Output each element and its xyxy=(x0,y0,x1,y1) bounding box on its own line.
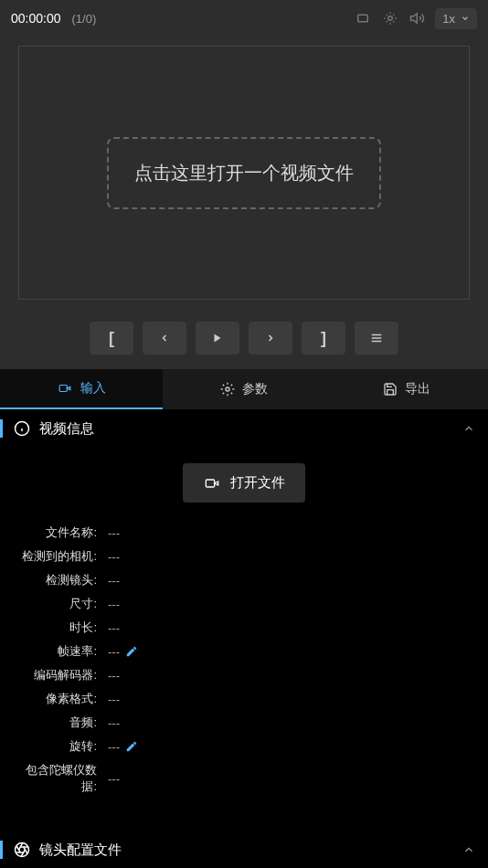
info-value: --- xyxy=(102,645,120,659)
chevron-up-icon xyxy=(462,422,475,435)
info-row: 像素格式:--- xyxy=(13,687,475,711)
timecode: 00:00:00 xyxy=(11,11,61,26)
play-button[interactable] xyxy=(196,322,239,355)
mark-in-button[interactable]: [ xyxy=(90,322,133,355)
info-label: 帧速率: xyxy=(13,643,102,660)
drop-zone[interactable]: 点击这里打开一个视频文件 xyxy=(107,137,381,209)
tab-input-label: 输入 xyxy=(80,380,106,397)
video-info-header[interactable]: 视频信息 xyxy=(0,410,488,447)
svg-rect-0 xyxy=(358,15,368,22)
info-label: 旋转: xyxy=(13,738,102,755)
info-label: 尺寸: xyxy=(13,596,102,612)
volume-icon[interactable] xyxy=(408,8,428,28)
info-label: 编码解码器: xyxy=(13,667,102,683)
info-row: 旋转:--- xyxy=(13,735,475,758)
chevron-down-icon xyxy=(461,14,470,23)
drop-text: 点击这里打开一个视频文件 xyxy=(134,161,354,185)
info-icon xyxy=(14,420,30,437)
video-icon xyxy=(57,382,73,395)
svg-marker-2 xyxy=(411,14,418,24)
info-row: 文件名称:--- xyxy=(13,521,475,545)
open-file-button[interactable]: 打开文件 xyxy=(183,463,305,503)
stabilize-icon[interactable] xyxy=(380,8,400,28)
info-row: 帧速率:--- xyxy=(13,640,475,663)
crop-icon[interactable] xyxy=(353,8,373,28)
info-value: --- xyxy=(102,669,120,683)
info-value: --- xyxy=(102,526,120,540)
chevron-up-icon xyxy=(462,843,475,856)
video-info-title: 视频信息 xyxy=(39,420,453,438)
info-label: 检测到的相机: xyxy=(13,548,102,565)
frame-count: (1/0) xyxy=(72,12,97,26)
mark-out-button[interactable]: ] xyxy=(302,322,345,355)
info-value: --- xyxy=(102,621,120,635)
lens-profile-header[interactable]: 镜头配置文件 xyxy=(0,831,488,868)
info-label: 时长: xyxy=(13,619,102,636)
info-label: 文件名称: xyxy=(13,524,102,541)
info-row: 包含陀螺仪数据:--- xyxy=(13,758,475,799)
info-label: 音频: xyxy=(13,715,102,731)
info-label: 像素格式: xyxy=(13,691,102,707)
open-file-label: 打开文件 xyxy=(230,474,285,492)
info-value: --- xyxy=(102,693,120,706)
pencil-icon[interactable] xyxy=(125,645,138,658)
tab-params[interactable]: 参数 xyxy=(163,369,325,409)
info-value: --- xyxy=(102,772,120,786)
gear-icon xyxy=(220,382,235,397)
tab-params-label: 参数 xyxy=(242,381,268,397)
info-value: --- xyxy=(102,550,120,564)
svg-marker-3 xyxy=(215,334,221,343)
info-row: 检测到的相机:--- xyxy=(13,545,475,568)
info-row: 音频:--- xyxy=(13,711,475,735)
info-label: 包含陀螺仪数据: xyxy=(13,762,102,795)
info-row: 尺寸:--- xyxy=(13,592,475,616)
info-row: 时长:--- xyxy=(13,616,475,640)
svg-point-9 xyxy=(226,387,229,391)
next-frame-button[interactable] xyxy=(249,322,292,355)
speed-dropdown[interactable]: 1x xyxy=(435,8,477,29)
lens-profile-title: 镜头配置文件 xyxy=(39,842,453,859)
info-row: 检测镜头:--- xyxy=(13,568,475,592)
tab-export-label: 导出 xyxy=(405,381,430,397)
info-value: --- xyxy=(102,574,120,587)
info-value: --- xyxy=(102,598,120,611)
info-row: 编码解码器:--- xyxy=(13,663,475,687)
info-value: --- xyxy=(102,740,120,754)
tab-export[interactable]: 导出 xyxy=(325,369,488,409)
info-value: --- xyxy=(102,716,120,730)
video-icon xyxy=(203,476,221,491)
video-preview[interactable]: 点击这里打开一个视频文件 xyxy=(18,46,470,300)
pencil-icon[interactable] xyxy=(125,740,138,753)
tab-input[interactable]: 输入 xyxy=(0,369,163,409)
speed-value: 1x xyxy=(442,12,455,26)
svg-point-1 xyxy=(388,16,393,21)
save-icon xyxy=(383,382,398,397)
info-label: 检测镜头: xyxy=(13,572,102,588)
aperture-icon xyxy=(14,842,30,858)
prev-frame-button[interactable] xyxy=(143,322,186,355)
menu-button[interactable] xyxy=(355,322,398,355)
